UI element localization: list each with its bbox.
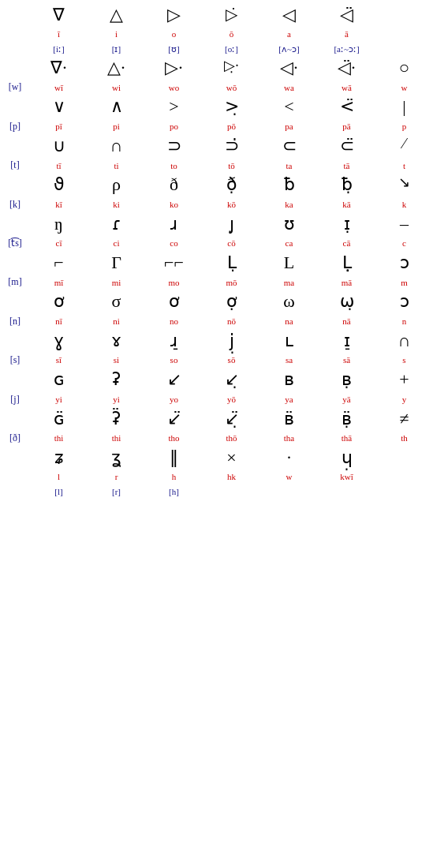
label-row-final: l r h hk w kwī — [0, 470, 433, 484]
sym-mc3: ơ — [145, 290, 203, 313]
left-label-final — [0, 475, 30, 478]
left-label-j: [j] — [0, 392, 30, 407]
sym-tc5: ƀ — [260, 173, 318, 196]
lbl-fc1: l — [30, 470, 88, 484]
lbl-nc4: nō — [203, 314, 260, 328]
left-label-tsym — [0, 183, 30, 186]
sym-sc4: ↙̣ — [203, 368, 260, 391]
lbl-kc2: ki — [88, 197, 145, 211]
sym-jc4: ↙̣̈ — [203, 407, 260, 431]
sym-r4c2: △· — [88, 56, 145, 80]
symbol-row-p: ∪ ∩ ⊃ ⊃̇ ⊂ ⊂̈ ∕ — [0, 134, 433, 158]
left-label-m: [m] — [0, 275, 30, 290]
lbl-wc3: wo — [145, 80, 203, 95]
sym-dhc7 — [375, 446, 433, 470]
sym-tsc1: ⌐ — [30, 251, 88, 275]
left-label-1 — [0, 13, 30, 17]
sym-tsc5: L — [260, 251, 318, 275]
lbl-fc7 — [375, 470, 433, 484]
label-row-1: ī i o ō a ā — [0, 27, 433, 41]
label-row-w: [w] wī wi wo wō wa wā w — [0, 80, 433, 95]
cells-nsym: ɣ ɤ ɹ̠ j̣ ʟ ɪ̠ ∩ — [30, 329, 433, 353]
ph-fc1: [l] — [30, 485, 88, 499]
lbl-sc2: si — [88, 353, 145, 367]
main-grid: ∇ △ ▷ ▷̇ ◁ ◁̈ ī i o ō a ā [iː] [ɪ] [ʊ] [… — [0, 0, 433, 502]
sym-pc1: ∪ — [30, 134, 88, 158]
left-label-ksym — [0, 223, 30, 226]
sym-wc5: < — [260, 95, 318, 118]
lbl-wc2: wi — [88, 80, 145, 95]
lbl-nc5: na — [260, 314, 318, 328]
lbl-tsc1: cī — [30, 236, 88, 250]
lbl-sc5: sa — [260, 353, 318, 367]
cells-j-lbl: yi yi yo yō ya yā y — [30, 392, 433, 406]
sym-kc5: ʊ — [260, 212, 318, 236]
ph-fc3: [h] — [145, 485, 203, 499]
cells-dhsym: ʑ ʓ ‖ × · ɥ̣ — [30, 446, 433, 470]
symbol-row-4: ∇· △· ▷· ▷̣· ◁· ◁̈· ○ — [0, 56, 433, 80]
sym-r4c7: ○ — [375, 56, 433, 80]
sym-pc3: ⊃ — [145, 134, 203, 158]
lbl-jc5: ya — [260, 392, 318, 406]
lbl-r2c6: ā — [318, 27, 375, 41]
sym-tc2: ρ — [88, 173, 145, 196]
lbl-sc7: s — [375, 353, 433, 367]
lbl-mc7: m — [375, 275, 433, 290]
left-label-s: [s] — [0, 353, 30, 368]
lbl-pc6: pā — [318, 119, 375, 133]
ph-fc7 — [375, 485, 433, 499]
lbl-sc4: sō — [203, 353, 260, 367]
lbl-dhc1: thi — [30, 431, 88, 445]
ph-fc4 — [203, 485, 260, 499]
sym-nc4: j̣ — [203, 329, 260, 353]
phonetic-row-final: [l] [r] [h] — [0, 485, 433, 499]
lbl-tc2: ti — [88, 159, 145, 173]
ph-fc2: [r] — [88, 485, 145, 499]
lbl-jc1: yi — [30, 392, 88, 406]
lbl-pc7: p — [375, 119, 433, 133]
symbol-row-m: ơ σ ơ ợ ω ω̣ ɔ — [0, 290, 433, 313]
sym-dhc3: ‖ — [145, 446, 203, 470]
sym-r4c1: ∇· — [30, 56, 88, 80]
sym-wc2: ∧ — [88, 95, 145, 118]
lbl-dhc5: tha — [260, 431, 318, 445]
sym-tsc7: ɔ — [375, 251, 433, 275]
lbl-mc6: mā — [318, 275, 375, 290]
lbl-pc2: pi — [88, 119, 145, 133]
ph-r3c6: [aː~ɔː] — [318, 42, 375, 56]
lbl-tc5: ta — [260, 159, 318, 173]
sym-kc1: ŋ — [30, 212, 88, 236]
cells-ts-lbl: cī ci co cō ca cā c — [30, 236, 433, 250]
left-label-jsym — [0, 417, 30, 421]
left-label-k: [k] — [0, 197, 30, 212]
sym-tsc2: Γ — [88, 251, 145, 275]
left-label-psym — [0, 144, 30, 148]
left-label-w: [w] — [0, 80, 30, 95]
left-label-ssym — [0, 378, 30, 381]
sym-r4c5: ◁· — [260, 56, 318, 80]
cells-3: [iː] [ɪ] [ʊ] [oː] [ʌ~ɔ] [aː~ɔː] — [30, 42, 433, 56]
lbl-fc3: h — [145, 470, 203, 484]
lbl-tc1: tī — [30, 159, 88, 173]
ph-r3c5: [ʌ~ɔ] — [260, 42, 318, 56]
cells-t-lbl: tī ti to tō ta tā t — [30, 159, 433, 173]
label-row-j: [j] yi yi yo yō ya yā y — [0, 392, 433, 407]
sym-r1c6: ◁̈ — [318, 3, 375, 27]
cells-n-lbl: nī ni no nō na nā n — [30, 314, 433, 328]
sym-tsc4: Ḷ — [203, 251, 260, 275]
sym-sc7: + — [375, 368, 433, 391]
left-label-tssym — [0, 261, 30, 264]
lbl-fc5: w — [260, 470, 318, 484]
sym-pc5: ⊂ — [260, 134, 318, 158]
cells-final-lbl: l r h hk w kwī — [30, 470, 433, 484]
sym-dhc4: × — [203, 446, 260, 470]
sym-nc2: ɤ — [88, 329, 145, 353]
label-row-m: [m] mī mi mo mō ma mā m — [0, 275, 433, 290]
sym-r4c3: ▷· — [145, 56, 203, 80]
symbol-row-dh: ʑ ʓ ‖ × · ɥ̣ — [0, 446, 433, 470]
lbl-kc3: ko — [145, 197, 203, 211]
sym-wc1: ∨ — [30, 95, 88, 118]
ph-r3c2: [ɪ] — [88, 42, 145, 56]
label-row-ts: [t͡s] cī ci co cō ca cā c — [0, 236, 433, 251]
symbol-row-s: ɢ ʡ ↙ ↙̣ ʙ ʙ̣ + — [0, 368, 433, 391]
